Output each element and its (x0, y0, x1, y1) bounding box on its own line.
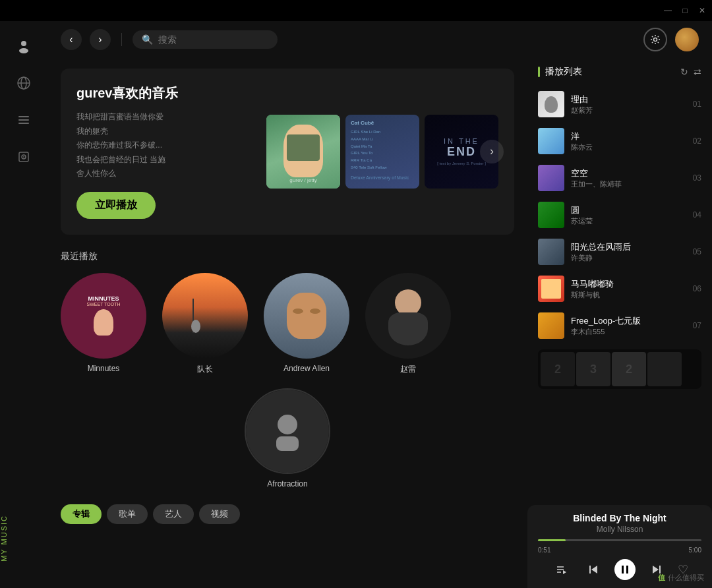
top-right (643, 28, 699, 51)
playlist-button[interactable] (551, 559, 572, 580)
playlist-song-2: 洋 (571, 131, 682, 142)
settings-button[interactable] (643, 28, 667, 51)
playlist-thumb-7 (538, 312, 564, 339)
playlist-title: 播放列表 (545, 66, 675, 78)
artist-item-zhaolei[interactable]: 赵雷 (365, 273, 451, 375)
playlist-artist-6: 斯斯与帆 (571, 290, 682, 300)
svg-rect-21 (626, 566, 628, 573)
playlist-item-5[interactable]: 阳光总在风雨后 许美静 05 (527, 233, 712, 270)
svg-rect-5 (18, 116, 29, 117)
progress-bar[interactable] (538, 539, 701, 541)
hero-section: gurev喜欢的音乐 我却把甜言蜜语当做你爱 我的躯壳 你的悲伤难过我不参破..… (61, 69, 514, 235)
hero-title: gurev喜欢的音乐 (76, 84, 253, 102)
hero-album-2[interactable]: Cat Cubē GIRL She Li Dan AAAA Mar Li Qui… (345, 115, 419, 189)
playlist-artist-1: 赵紫芳 (571, 105, 682, 115)
playlist-header: 播放列表 ↻ ⇄ (527, 58, 712, 86)
playlist-num-7: 07 (688, 321, 701, 330)
sidebar-icon-user[interactable] (12, 34, 36, 58)
search-bar: 🔍 (133, 30, 278, 49)
playlist-info-6: 马马嘟嘟骑 斯斯与帆 (571, 278, 682, 300)
artist-name-minnutes: Minnutes (88, 364, 120, 373)
svg-marker-18 (591, 566, 597, 573)
sidebar: MY MUSIC (0, 21, 47, 588)
tabs: 专辑 歌单 艺人 视频 (61, 504, 514, 524)
sidebar-icon-globe[interactable] (12, 71, 36, 95)
svg-point-10 (23, 156, 24, 158)
artist-avatar-andrew (264, 273, 349, 359)
playlist-num-2: 02 (688, 136, 701, 146)
tab-videos[interactable]: 视频 (199, 504, 240, 524)
playlist-item-3[interactable]: 空空 王加一、陈靖菲 03 (527, 160, 712, 196)
artist-name-afrotraction: Afrotraction (267, 479, 307, 488)
playlist-item-1[interactable]: 理由 赵紫芳 01 (527, 86, 712, 123)
watermark-text: 什么值得买 (668, 573, 704, 583)
svg-point-0 (21, 41, 26, 46)
playlist-item-7[interactable]: Free_Loop-七元版 李木白555 07 (527, 307, 712, 344)
recent-artists-row: MINNUTES SWEET TOOTH Minnutes 队长 (61, 273, 514, 375)
playlist-info-3: 空空 王加一、陈靖菲 (571, 167, 682, 189)
artist-item-afrotraction[interactable]: Afrotraction (61, 388, 514, 488)
progress-times: 0:51 5:00 (538, 546, 701, 554)
artist-avatar-duizhang (162, 273, 248, 359)
playlist-list: 理由 赵紫芳 01 洋 陈亦云 02 空空 王加一、陈靖菲 03 圆 (527, 86, 712, 344)
tab-playlists[interactable]: 歌单 (107, 504, 148, 524)
playlist-icons: ↻ ⇄ (680, 67, 701, 77)
svg-rect-7 (18, 123, 29, 124)
album-strip-preview: 2 3 2 (527, 344, 712, 389)
artist-avatar-minnutes: MINNUTES SWEET TOOTH (61, 273, 146, 359)
recent-section-title: 最近播放 (61, 250, 514, 262)
top-nav: ‹ › 🔍 (47, 21, 712, 58)
svg-rect-6 (18, 119, 29, 121)
now-playing-artist: Molly Nilsson (538, 525, 701, 534)
svg-point-1 (19, 48, 28, 53)
prev-button[interactable] (583, 559, 604, 580)
main-content: gurev喜欢的音乐 我却把甜言蜜语当做你爱 我的躯壳 你的悲伤难过我不参破..… (47, 58, 527, 588)
close-button[interactable]: ✕ (697, 6, 707, 15)
search-input[interactable] (158, 34, 264, 45)
playlist-song-1: 理由 (571, 94, 682, 105)
sidebar-icon-list[interactable] (12, 108, 36, 132)
svg-rect-13 (276, 436, 299, 451)
right-panel: 播放列表 ↻ ⇄ 理由 赵紫芳 01 洋 陈亦云 02 (527, 58, 712, 588)
hero-album-1[interactable]: gurev / jetty (266, 115, 340, 189)
artist-item-minnutes[interactable]: MINNUTES SWEET TOOTH Minnutes (61, 273, 146, 375)
tab-albums[interactable]: 专辑 (61, 504, 102, 524)
playlist-item-2[interactable]: 洋 陈亦云 02 (527, 123, 712, 160)
user-avatar[interactable] (675, 28, 699, 51)
hero-lyrics: 我却把甜言蜜语当做你爱 我的躯壳 你的悲伤难过我不参破... 我也会把曾经的日过… (76, 110, 253, 181)
artist-avatar-afrotraction (245, 388, 330, 474)
playlist-num-6: 06 (688, 284, 701, 293)
playlist-info-5: 阳光总在风雨后 许美静 (571, 241, 682, 263)
back-button[interactable]: ‹ (61, 29, 82, 50)
play-now-button[interactable]: 立即播放 (76, 192, 156, 219)
playlist-song-7: Free_Loop-七元版 (571, 315, 682, 327)
play-pause-button[interactable] (614, 559, 636, 580)
search-icon: 🔍 (142, 34, 153, 45)
playlist-thumb-3 (538, 165, 564, 191)
progress-fill (538, 539, 566, 541)
maximize-button[interactable]: □ (680, 6, 690, 15)
playlist-thumb-5 (538, 239, 564, 265)
svg-point-12 (278, 415, 297, 434)
refresh-icon[interactable]: ↻ (680, 67, 688, 77)
playlist-thumb-2 (538, 128, 564, 154)
sidebar-icon-music[interactable] (12, 145, 36, 169)
artist-name-duizhang: 队长 (197, 364, 213, 375)
shuffle-icon[interactable]: ⇄ (694, 67, 701, 77)
playlist-item-6[interactable]: 马马嘟嘟骑 斯斯与帆 06 (527, 270, 712, 307)
artist-item-duizhang[interactable]: 队长 (162, 273, 248, 375)
playlist-artist-5: 许美静 (571, 253, 682, 263)
playlist-thumb-1 (538, 91, 564, 117)
hero-next-button[interactable]: › (480, 140, 504, 163)
playlist-info-7: Free_Loop-七元版 李木白555 (571, 315, 682, 337)
playlist-song-5: 阳光总在风雨后 (571, 241, 682, 253)
recent-row-2: Afrotraction (61, 388, 514, 488)
svg-marker-17 (563, 570, 566, 574)
artist-item-andrew[interactable]: Andrew Allen (264, 273, 349, 375)
playlist-artist-3: 王加一、陈靖菲 (571, 179, 682, 189)
tab-artists[interactable]: 艺人 (153, 504, 194, 524)
forward-button[interactable]: › (90, 29, 111, 50)
minimize-button[interactable]: — (663, 6, 672, 15)
playlist-artist-4: 苏运莹 (571, 216, 682, 226)
playlist-item-4[interactable]: 圆 苏运莹 04 (527, 196, 712, 233)
